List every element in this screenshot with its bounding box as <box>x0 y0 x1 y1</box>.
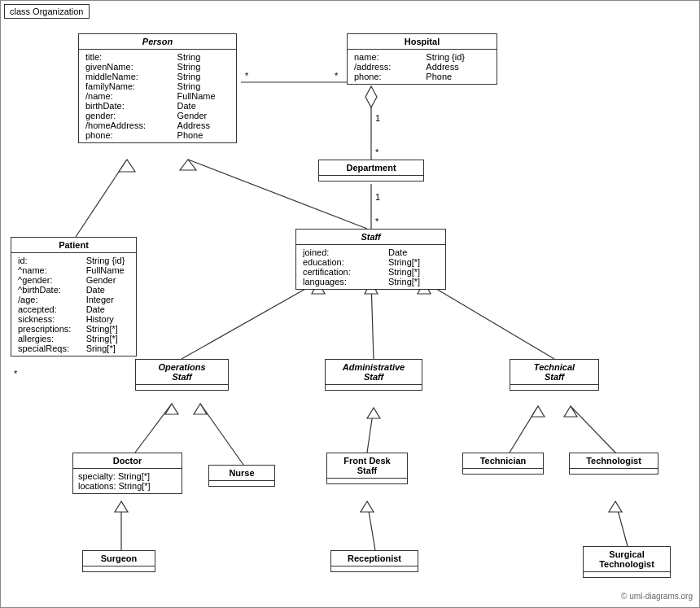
class-surgeon: Surgeon <box>82 550 155 572</box>
svg-marker-41 <box>115 501 128 512</box>
class-doctor-header: Doctor <box>73 453 182 469</box>
svg-line-27 <box>200 404 243 465</box>
class-hospital-body: name:String {id} /address:Address phone:… <box>348 50 497 84</box>
svg-line-42 <box>367 501 375 550</box>
class-technical-staff-body <box>510 385 598 390</box>
class-technical-staff: TechnicalStaff <box>510 359 599 391</box>
class-technologist-header: Technologist <box>570 453 658 469</box>
class-person-body: title:String givenName:String middleName… <box>79 50 236 142</box>
class-technical-staff-header: TechnicalStaff <box>510 360 598 385</box>
svg-line-33 <box>510 406 538 453</box>
svg-line-36 <box>571 406 615 453</box>
class-front-desk-staff-body <box>327 479 407 483</box>
class-nurse: Nurse <box>208 465 275 487</box>
class-operations-staff-header: OperationsStaff <box>136 360 228 385</box>
svg-marker-47 <box>609 501 622 512</box>
svg-text:1: 1 <box>375 192 380 202</box>
class-department-body <box>319 176 423 181</box>
svg-marker-13 <box>180 160 196 170</box>
class-administrative-staff: AdministrativeStaff <box>325 359 422 391</box>
class-receptionist-header: Receptionist <box>331 551 418 566</box>
svg-marker-11 <box>119 160 135 172</box>
svg-line-18 <box>371 282 374 359</box>
svg-line-30 <box>367 408 374 453</box>
class-hospital-header: Hospital <box>348 34 497 50</box>
class-doctor: Doctor specialty: String[*] locations: S… <box>72 453 182 494</box>
class-operations-staff-body <box>136 385 228 390</box>
class-operations-staff: OperationsStaff <box>135 359 229 391</box>
class-surgeon-body <box>83 566 155 571</box>
svg-marker-4 <box>365 86 377 107</box>
class-patient-header: Patient <box>11 238 136 253</box>
svg-line-24 <box>135 404 172 453</box>
svg-line-45 <box>615 501 628 546</box>
class-technologist: Technologist <box>569 453 658 475</box>
class-patient-body: id:String {id} ^name:FullName ^gender:Ge… <box>11 253 136 356</box>
svg-marker-29 <box>194 404 207 414</box>
class-receptionist-body <box>331 566 418 571</box>
class-front-desk-staff-header: Front DeskStaff <box>327 453 407 479</box>
svg-line-15 <box>182 282 318 359</box>
class-nurse-body <box>209 481 274 486</box>
svg-line-10 <box>76 160 127 237</box>
class-technician-body <box>463 469 543 474</box>
class-surgical-technologist-header: SurgicalTechnologist <box>584 547 670 572</box>
class-staff-header: Staff <box>296 230 445 245</box>
class-nurse-header: Nurse <box>209 466 274 481</box>
svg-line-21 <box>424 282 554 359</box>
class-technician: Technician <box>462 453 544 475</box>
frame-label: class Organization <box>4 4 90 19</box>
svg-text:*: * <box>245 71 249 81</box>
svg-marker-26 <box>165 404 178 414</box>
svg-marker-44 <box>361 501 374 512</box>
svg-marker-38 <box>564 406 577 417</box>
class-technician-header: Technician <box>463 453 543 469</box>
class-hospital: Hospital name:String {id} /address:Addre… <box>347 33 497 85</box>
svg-text:*: * <box>14 369 18 378</box>
class-doctor-body: specialty: String[*] locations: String[*… <box>73 469 182 493</box>
svg-text:*: * <box>375 147 379 157</box>
class-staff: Staff joined:Date education:String[*] ce… <box>295 229 446 290</box>
svg-text:1: 1 <box>375 113 380 123</box>
class-person: Person title:String givenName:String mid… <box>78 33 237 143</box>
svg-text:*: * <box>335 71 339 81</box>
class-person-header: Person <box>79 34 236 50</box>
class-surgical-technologist: SurgicalTechnologist <box>583 546 671 578</box>
class-technologist-body <box>570 469 658 474</box>
svg-text:*: * <box>375 217 379 226</box>
class-patient: Patient id:String {id} ^name:FullName ^g… <box>11 237 137 356</box>
class-surgeon-header: Surgeon <box>83 551 155 566</box>
watermark: © uml-diagrams.org <box>621 592 693 601</box>
svg-marker-32 <box>367 408 380 418</box>
class-administrative-staff-body <box>326 385 422 390</box>
svg-marker-35 <box>532 406 545 417</box>
class-staff-body: joined:Date education:String[*] certific… <box>296 245 445 289</box>
diagram-container: class Organization * * 1 * 1 * * <box>0 0 700 608</box>
class-department-header: Department <box>319 160 423 176</box>
class-administrative-staff-header: AdministrativeStaff <box>326 360 422 385</box>
class-receptionist: Receptionist <box>330 550 418 572</box>
class-department: Department <box>318 160 424 182</box>
class-front-desk-staff: Front DeskStaff <box>326 453 408 484</box>
class-surgical-technologist-body <box>584 572 670 577</box>
